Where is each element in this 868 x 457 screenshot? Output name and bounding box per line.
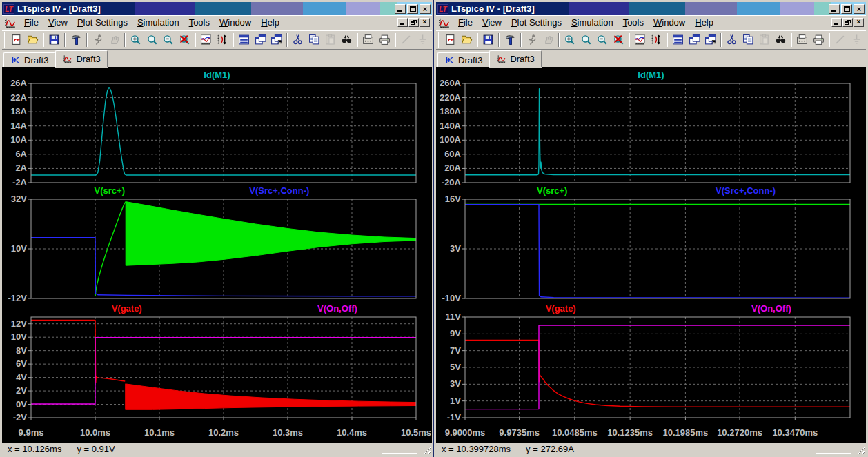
menu-plot-settings[interactable]: Plot Settings [72, 16, 132, 29]
tile-vertically-button[interactable] [252, 32, 268, 48]
svg-text:9.9735ms: 9.9735ms [499, 427, 540, 438]
zoom-in-button[interactable] [128, 32, 144, 48]
menu-help[interactable]: Help [256, 16, 284, 29]
menu-file[interactable]: File [19, 16, 43, 29]
maximize-button[interactable] [841, 4, 852, 14]
svg-text:220A: 220A [440, 92, 462, 103]
find-button[interactable] [773, 32, 789, 48]
zoom-back-button[interactable] [578, 32, 593, 48]
zoom-in-button[interactable] [562, 32, 578, 48]
autorange-y-button[interactable] [632, 32, 648, 48]
menu-help[interactable]: Help [690, 16, 718, 29]
cut-button[interactable] [290, 32, 306, 48]
mdi-minimize-button[interactable] [831, 18, 842, 27]
mdi-restore-button[interactable] [408, 18, 419, 27]
menu-window[interactable]: Window [649, 16, 690, 29]
waveform-plot[interactable]: 260A220A180A140A100A60A20A-20AId(M1)16V3… [436, 67, 866, 443]
mdi-minimize-button[interactable] [397, 18, 408, 27]
open-file-button[interactable] [458, 32, 474, 48]
menu-tools[interactable]: Tools [618, 16, 649, 29]
title-bar[interactable]: LT LTspice IV - [Draft3] × [436, 2, 866, 15]
close-button[interactable]: × [420, 4, 431, 14]
resize-grip[interactable] [856, 445, 865, 454]
zoom-full-extents-button[interactable] [176, 32, 192, 48]
tab-draft3-schematic[interactable]: Draft3 [3, 52, 55, 67]
svg-text:16V: 16V [445, 194, 461, 204]
menu-plot-settings[interactable]: Plot Settings [506, 16, 566, 29]
menu-file[interactable]: File [453, 16, 477, 29]
paste-button[interactable] [322, 32, 338, 48]
menu-simulation[interactable]: Simulation [132, 16, 184, 29]
control-panel-hammer-button[interactable] [68, 32, 83, 48]
toolbar-separator [791, 33, 792, 47]
close-button[interactable]: × [854, 4, 865, 14]
find-button[interactable] [339, 32, 355, 48]
zoom-full-extents-button[interactable] [610, 32, 626, 48]
run-button[interactable] [524, 32, 540, 48]
open-file-button[interactable] [24, 32, 40, 48]
print-button[interactable] [811, 32, 827, 48]
svg-text:5V: 5V [450, 362, 461, 372]
cascade-windows-button[interactable] [702, 32, 718, 48]
tile-vertically-button[interactable] [686, 32, 702, 48]
cascade-windows-button[interactable] [268, 32, 284, 48]
mdi-close-button[interactable]: × [420, 18, 430, 27]
print-button[interactable] [377, 32, 393, 48]
run-button[interactable] [90, 32, 106, 48]
tab-draft3-schematic[interactable]: Draft3 [437, 52, 489, 67]
ground-button[interactable] [849, 32, 865, 48]
draw-line-button[interactable] [832, 32, 848, 48]
menu-view[interactable]: View [43, 16, 72, 29]
ltspice-logo-icon: LT [437, 4, 448, 14]
toolbar-gripper[interactable] [438, 32, 440, 48]
svg-text:2V: 2V [16, 385, 27, 396]
tab-draft3-waveform[interactable]: Draft3 [55, 50, 107, 67]
minimize-button[interactable] [829, 4, 840, 14]
title-bar[interactable]: LT LTspice IV - [Draft3] × [2, 2, 432, 15]
vertical-autoscale-button[interactable] [214, 32, 230, 48]
menu-simulation[interactable]: Simulation [566, 16, 618, 29]
zoom-out-button[interactable] [594, 32, 610, 48]
menu-tools[interactable]: Tools [184, 16, 215, 29]
copy-button[interactable] [306, 32, 322, 48]
waveform-plot-area[interactable]: 260A220A180A140A100A60A20A-20AId(M1)16V3… [436, 67, 866, 443]
zoom-back-button[interactable] [144, 32, 159, 48]
tab-draft3-waveform[interactable]: Draft3 [489, 50, 541, 67]
cut-button[interactable] [724, 32, 740, 48]
svg-text:140A: 140A [440, 121, 462, 131]
control-panel-hammer-button[interactable] [502, 32, 517, 48]
waveform-plot[interactable]: 26A22A18A14A10A6A2A-2AId(M1)32V10V-12VV(… [2, 67, 432, 443]
autorange-y-button[interactable] [198, 32, 214, 48]
toolbar [436, 30, 866, 50]
resize-grip[interactable] [422, 445, 431, 454]
tile-horizontally-button[interactable] [236, 32, 252, 48]
save-button[interactable] [480, 32, 496, 48]
toolbar-gripper[interactable] [4, 32, 6, 48]
draw-line-button[interactable] [398, 32, 414, 48]
mdi-close-button[interactable]: × [854, 18, 864, 27]
svg-text:10.3ms: 10.3ms [273, 427, 303, 438]
svg-text:10.3470ms: 10.3470ms [772, 427, 818, 438]
new-schematic-button[interactable] [442, 32, 458, 48]
svg-text:Id(M1): Id(M1) [638, 70, 664, 80]
new-schematic-button[interactable] [8, 32, 24, 48]
fax-button[interactable] [360, 32, 376, 48]
vertical-autoscale-button[interactable] [648, 32, 664, 48]
paste-button[interactable] [756, 32, 772, 48]
fax-button[interactable] [794, 32, 810, 48]
waveform-plot-area[interactable]: 26A22A18A14A10A6A2A-2AId(M1)32V10V-12VV(… [2, 67, 432, 443]
menu-view[interactable]: View [477, 16, 506, 29]
status-cell [816, 445, 851, 454]
copy-button[interactable] [740, 32, 756, 48]
tile-horizontally-button[interactable] [670, 32, 686, 48]
save-button[interactable] [46, 32, 62, 48]
minimize-button[interactable] [395, 4, 406, 14]
pan-hand-button[interactable] [540, 32, 555, 48]
toolbar-separator [629, 33, 630, 47]
maximize-button[interactable] [407, 4, 418, 14]
zoom-out-button[interactable] [160, 32, 176, 48]
ground-button[interactable] [415, 32, 431, 48]
menu-window[interactable]: Window [215, 16, 256, 29]
mdi-restore-button[interactable] [842, 18, 853, 27]
pan-hand-button[interactable] [106, 32, 121, 48]
